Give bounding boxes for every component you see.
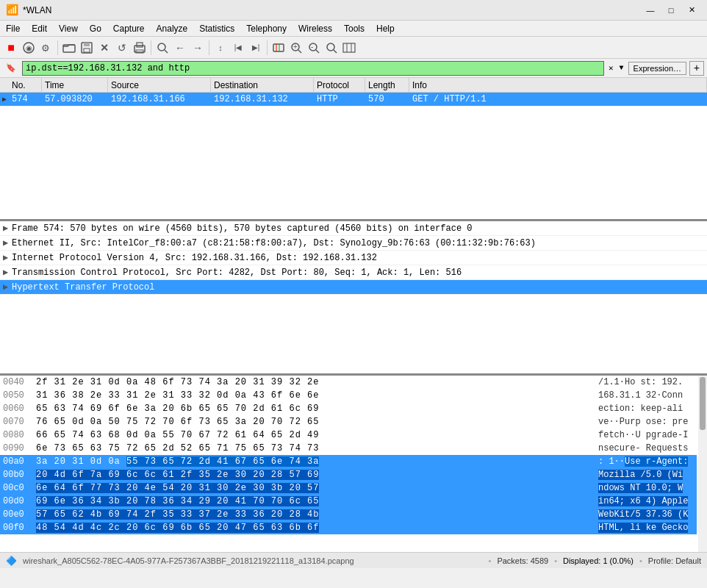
- stop-capture-button[interactable]: ■: [3, 40, 19, 56]
- expand-icon: ▶: [3, 237, 12, 248]
- col-header-time[interactable]: Time: [42, 78, 108, 92]
- filter-add-button[interactable]: +: [689, 61, 704, 76]
- filter-expression-button[interactable]: Expression…: [628, 62, 686, 75]
- reload-file-button[interactable]: ↺: [114, 40, 130, 56]
- menu-edit[interactable]: Edit: [26, 21, 53, 37]
- hex-row[interactable]: 00c0 6e 64 6f 77 73 20 4e 54 20 31 30 2e…: [0, 481, 697, 495]
- detail-row[interactable]: ▶ Ethernet II, Src: IntelCor_f8:00:a7 (c…: [0, 236, 707, 251]
- find-packet-button[interactable]: [154, 40, 171, 56]
- hex-row[interactable]: 0090 6e 73 65 63 75 72 65 2d 52 65 71 75…: [0, 442, 697, 455]
- menu-view[interactable]: View: [53, 21, 84, 37]
- svg-rect-8: [137, 43, 143, 47]
- detail-row[interactable]: ▶ Hypertext Transfer Protocol: [0, 280, 707, 295]
- expand-icon: ▶: [3, 267, 12, 278]
- hex-ascii: Mozilla /5.0 (Wi: [598, 470, 694, 480]
- resize-columns-button[interactable]: [341, 40, 357, 56]
- hex-offset: 00b0: [3, 470, 36, 480]
- filter-dropdown-button[interactable]: ▼: [618, 64, 625, 72]
- hex-ascii: ndows NT 10.0; W: [598, 483, 694, 493]
- find-next-button[interactable]: →: [190, 40, 206, 56]
- pkt-dst: 192.168.31.132: [211, 94, 314, 104]
- menu-tools[interactable]: Tools: [338, 21, 370, 37]
- hex-offset: 0070: [3, 417, 36, 427]
- go-first-button[interactable]: |◀: [230, 40, 246, 56]
- svg-text:⚙: ⚙: [41, 43, 50, 54]
- hex-ascii: 168.31.1 32·Conn: [598, 390, 694, 401]
- menu-statistics[interactable]: Statistics: [193, 21, 240, 37]
- hex-bytes: 6e 73 65 63 75 72 65 2d 52 65 71 75 65 7…: [36, 443, 598, 453]
- filter-icon: 🔖: [3, 63, 19, 73]
- menu-go[interactable]: Go: [84, 21, 107, 37]
- hex-offset: 00c0: [3, 483, 36, 493]
- col-header-destination[interactable]: Destination: [211, 78, 314, 92]
- svg-text:◉: ◉: [26, 44, 32, 52]
- pkt-protocol: HTTP: [314, 94, 365, 104]
- colorize-button[interactable]: [270, 40, 287, 56]
- row-indicator: ▶: [0, 95, 9, 104]
- svg-text:+: +: [293, 43, 298, 51]
- hex-bytes: 65 63 74 69 6f 6e 3a 20 6b 65 65 70 2d 6…: [36, 404, 598, 414]
- capture-interfaces-button[interactable]: ◉: [21, 40, 37, 56]
- hex-row[interactable]: 00d0 69 6e 36 34 3b 20 78 36 34 29 20 41…: [0, 495, 697, 508]
- hex-row[interactable]: 0040 2f 31 2e 31 0d 0a 48 6f 73 74 3a 20…: [0, 376, 697, 389]
- hex-row[interactable]: 00e0 57 65 62 4b 69 74 2f 35 33 37 2e 33…: [0, 508, 697, 521]
- zoom-out-button[interactable]: -: [306, 40, 322, 56]
- print-button[interactable]: [132, 40, 148, 56]
- expand-icon: ▶: [3, 252, 12, 263]
- close-button[interactable]: ✕: [682, 3, 701, 18]
- go-to-packet-button[interactable]: ↕: [212, 40, 229, 56]
- filter-clear-button[interactable]: ✕: [607, 63, 615, 73]
- toolbar: ■ ◉ ⚙ ✕ ↺ ← → ↕ |◀ ▶| + -: [0, 37, 707, 59]
- open-file-button[interactable]: [61, 40, 77, 56]
- statusbar: 🔷 wireshark_A805C562-78EC-4A05-977A-F257…: [0, 552, 707, 568]
- close-file-button[interactable]: ✕: [96, 40, 112, 56]
- capture-options-button[interactable]: ⚙: [38, 40, 54, 56]
- detail-text: Ethernet II, Src: IntelCor_f8:00:a7 (c8:…: [12, 238, 704, 248]
- menu-capture[interactable]: Capture: [107, 21, 151, 37]
- hex-bytes: 66 65 74 63 68 0d 0a 55 70 67 72 61 64 6…: [36, 430, 598, 440]
- menu-wireless[interactable]: Wireless: [293, 21, 338, 37]
- zoom-reset-button[interactable]: [323, 40, 340, 56]
- minimize-button[interactable]: —: [641, 3, 660, 18]
- save-file-button[interactable]: [79, 40, 95, 56]
- hex-container: 0040 2f 31 2e 31 0d 0a 48 6f 73 74 3a 20…: [0, 376, 707, 552]
- svg-rect-12: [273, 44, 284, 51]
- menu-help[interactable]: Help: [370, 21, 401, 37]
- hex-row[interactable]: 0050 31 36 38 2e 33 31 2e 31 33 32 0d 0a…: [0, 389, 697, 402]
- col-header-protocol[interactable]: Protocol: [314, 78, 365, 92]
- hex-row[interactable]: 00f0 48 54 4d 4c 2c 20 6c 69 6b 65 20 47…: [0, 521, 697, 534]
- menu-analyze[interactable]: Analyze: [151, 21, 194, 37]
- detail-container: ▶ Frame 574: 570 bytes on wire (4560 bit…: [0, 221, 707, 376]
- pkt-length: 570: [365, 94, 409, 104]
- hex-bytes: 76 65 0d 0a 50 75 72 70 6f 73 65 3a 20 7…: [36, 417, 598, 427]
- detail-row[interactable]: ▶ Frame 574: 570 bytes on wire (4560 bit…: [0, 221, 707, 236]
- packet-rows: ▶ 574 57.093820 192.168.31.166 192.168.3…: [0, 93, 707, 221]
- hex-row[interactable]: 00b0 20 4d 6f 7a 69 6c 6c 61 2f 35 2e 30…: [0, 468, 697, 481]
- hex-row[interactable]: 00a0 3a 20 31 0d 0a 55 73 65 72 2d 41 67…: [0, 455, 697, 468]
- col-header-source[interactable]: Source: [108, 78, 211, 92]
- detail-text: Hypertext Transfer Protocol: [12, 282, 704, 293]
- hex-scrollbar[interactable]: [698, 376, 707, 552]
- titlebar: 📶 *WLAN — □ ✕: [0, 0, 707, 21]
- col-header-length[interactable]: Length: [365, 78, 409, 92]
- zoom-in-button[interactable]: +: [288, 40, 304, 56]
- hex-row[interactable]: 0060 65 63 74 69 6f 6e 3a 20 6b 65 65 70…: [0, 402, 697, 415]
- col-header-no[interactable]: No.: [9, 78, 42, 92]
- hex-offset: 00a0: [3, 456, 36, 467]
- menu-telephony[interactable]: Telephony: [240, 21, 293, 37]
- hex-row[interactable]: 0070 76 65 0d 0a 50 75 72 70 6f 73 65 3a…: [0, 415, 697, 429]
- go-last-button[interactable]: ▶|: [248, 40, 264, 56]
- hex-ascii: /1.1·Ho st: 192.: [598, 377, 694, 387]
- detail-row[interactable]: ▶ Transmission Control Protocol, Src Por…: [0, 265, 707, 280]
- find-prev-button[interactable]: ←: [172, 40, 188, 56]
- expand-icon: ▶: [3, 282, 12, 293]
- filter-input[interactable]: [22, 61, 604, 76]
- filterbar: 🔖 ✕ ▼ Expression… +: [0, 59, 707, 78]
- maximize-button[interactable]: □: [661, 3, 681, 18]
- detail-row[interactable]: ▶ Internet Protocol Version 4, Src: 192.…: [0, 251, 707, 265]
- packet-row[interactable]: ▶ 574 57.093820 192.168.31.166 192.168.3…: [0, 93, 707, 106]
- hex-row[interactable]: 0080 66 65 74 63 68 0d 0a 55 70 67 72 61…: [0, 429, 697, 442]
- hex-offset: 00d0: [3, 496, 36, 506]
- menu-file[interactable]: File: [0, 21, 26, 37]
- col-header-info[interactable]: Info: [409, 78, 707, 92]
